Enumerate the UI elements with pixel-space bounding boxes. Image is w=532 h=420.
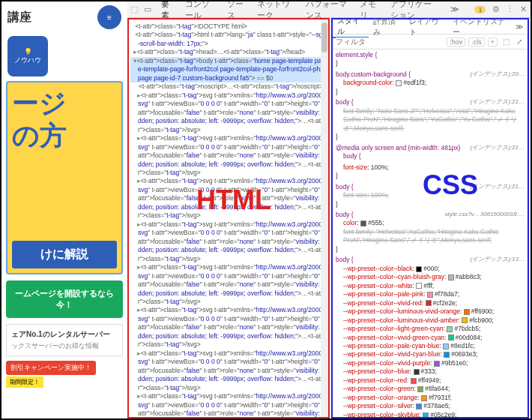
pill-label: ノウハウ xyxy=(14,56,41,65)
info-sub: ックスサーバーのお得な情報 xyxy=(11,341,118,351)
page-header: 講座 ≡ xyxy=(1,2,127,33)
code-line[interactable]: ▸<t-attr">class="t-tag">svg t-attr">xmln… xyxy=(130,392,327,417)
cls-chip[interactable]: .cls xyxy=(468,38,485,46)
category-pill[interactable]: 💡 ノウハウ xyxy=(7,36,48,76)
css-rule[interactable]: element.style {} xyxy=(336,51,525,68)
campaign-badge-1: 割引キャンペーン実施中！ xyxy=(6,361,96,375)
code-line[interactable]: <t-attr">class="t-tag">!DOCTYPE html> xyxy=(130,22,327,31)
hov-chip[interactable]: :hov xyxy=(447,38,465,46)
styles-panel: スタイル 計算済み レイアウト イベントリスナー ≫ :hov .cls + ⬚… xyxy=(331,18,529,418)
code-line[interactable]: ▸<t-attr">class="t-tag">svg t-attr">xmln… xyxy=(130,220,327,263)
code-line[interactable]: ▸<t-attr">class="t-tag">svg t-attr">xmln… xyxy=(130,177,327,220)
css-rules[interactable]: element.style {}body.custom-background {… xyxy=(333,50,528,417)
css-rule[interactable]: body {(インデックス):13…--wp-preset--color--bl… xyxy=(336,256,525,417)
css-rule[interactable]: body {style.css?v…30615000018:…color: #5… xyxy=(336,211,525,254)
dom-tree[interactable]: <t-attr">class="t-tag">!DOCTYPE html> <t… xyxy=(129,20,328,417)
tab-layout[interactable]: レイアウト xyxy=(405,16,447,38)
code-line[interactable]: ▸<t-attr">class="t-tag">svg t-attr">xmln… xyxy=(130,263,327,306)
tab-styles[interactable]: スタイル xyxy=(333,16,369,38)
page-title: 講座 xyxy=(7,10,31,26)
inspect-icon[interactable]: ⬚ xyxy=(130,4,138,15)
paint-icon[interactable]: ⬚ xyxy=(501,37,511,47)
code-line[interactable]: ▸<t-attr">class="t-tag">svg t-attr">xmln… xyxy=(130,306,327,349)
info-box: ェアNo.1のレンタルサーバー ックスサーバーのお得な情報 xyxy=(6,324,123,356)
hero-button[interactable]: けに解説 xyxy=(12,241,117,268)
settings-icon[interactable]: ⚙ xyxy=(492,4,499,15)
code-line[interactable]: ▸<t-attr">class="t-tag">svg t-attr">xmln… xyxy=(130,92,327,134)
code-line[interactable]: ▸<t-attr">class="t-tag">head>…<t-attr">c… xyxy=(130,48,327,56)
tab-more[interactable]: ≫ xyxy=(511,22,528,31)
elements-panel: <t-attr">class="t-tag">!DOCTYPE html> <t… xyxy=(127,18,330,418)
scrollbar[interactable] xyxy=(321,20,328,417)
css-rule[interactable]: font-size: 100%;} xyxy=(336,164,525,181)
hero-text-2: の方 xyxy=(12,119,117,152)
code-line[interactable]: ▸<t-attr">class="t-tag">svg t-attr">xmln… xyxy=(130,350,327,392)
css-rule[interactable]: body.custom-background {(インデックス):20…back… xyxy=(336,70,525,96)
hero-text-1: ージ xyxy=(12,87,117,119)
pin-icon[interactable]: ⤢ xyxy=(514,37,525,47)
tab-listeners[interactable]: イベントリスナー xyxy=(448,16,511,38)
code-line[interactable]: ▾<t-attr">class="t-tag">body t-attr">cla… xyxy=(130,57,327,82)
css-rule[interactable]: body {(インデックス):21…font-size: 100%;} xyxy=(336,183,525,208)
add-chip[interactable]: + xyxy=(488,38,498,46)
more-icon[interactable]: ⋮ xyxy=(506,4,514,15)
tabs-more[interactable]: ≫ xyxy=(447,4,462,14)
code-line[interactable]: <t-attr">class="t-tag">noscript>…<t-attr… xyxy=(130,82,327,91)
code-line[interactable]: ▸<t-attr">class="t-tag">svg t-attr">xmln… xyxy=(130,134,327,177)
css-rule[interactable]: @media only screen and (min-width: 481px… xyxy=(336,144,525,161)
tab-computed[interactable]: 計算済み xyxy=(369,16,405,38)
page-preview: 講座 ≡ 💡 ノウハウ ージ の方 けに解説 ームページを開設するなら今！ ェア… xyxy=(1,2,127,418)
warn-badge[interactable]: 1 xyxy=(474,6,486,14)
info-title: ェアNo.1のレンタルサーバー xyxy=(11,329,118,340)
cta-banner[interactable]: ームページを開設するなら今！ xyxy=(6,280,123,318)
device-icon[interactable]: ▭ xyxy=(144,4,151,15)
hamburger-menu-icon[interactable]: ≡ xyxy=(97,5,121,29)
styles-tabs: スタイル 計算済み レイアウト イベントリスナー ≫ xyxy=(333,20,528,34)
scrollbar-thumb[interactable] xyxy=(321,22,327,52)
css-rule[interactable]: body {(インデックス):21…font-family: "Noto San… xyxy=(336,98,525,141)
code-line[interactable]: <t-attr">class="t-tag">html t-attr">lang… xyxy=(130,31,327,48)
lightbulb-icon: 💡 xyxy=(24,48,32,56)
close-icon[interactable]: ✕ xyxy=(520,4,528,15)
campaign-badge-2: 期間限定！ xyxy=(6,376,43,388)
hero-banner: ージ の方 けに解説 xyxy=(6,81,123,274)
filter-input[interactable] xyxy=(336,38,444,46)
